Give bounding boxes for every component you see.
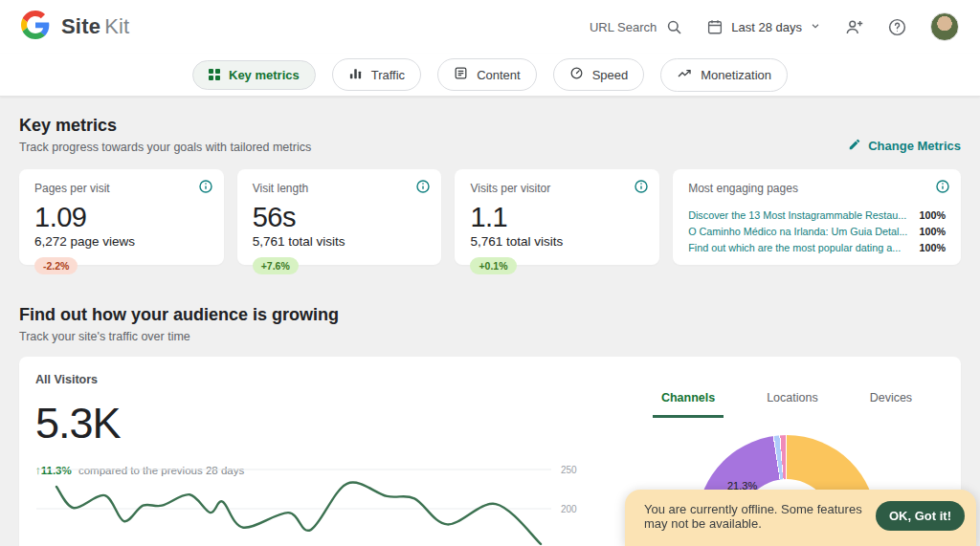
share-person-add-icon[interactable] xyxy=(844,17,864,37)
metric-label: Visit length xyxy=(253,182,427,195)
nav-tab-traffic[interactable]: Traffic xyxy=(332,58,421,91)
url-search-label: URL Search xyxy=(590,20,657,34)
metric-value: 1.1 xyxy=(470,202,644,233)
dashboard-main: Key metrics Track progress towards your … xyxy=(0,97,980,546)
google-g-icon xyxy=(21,11,50,43)
key-metrics-subtitle: Track progress towards your goals with t… xyxy=(19,141,311,154)
metric-sub: 5,761 total visits xyxy=(470,234,644,249)
tab-channels[interactable]: Channels xyxy=(653,387,724,418)
metric-card-pages-per-visit: Pages per visit 1.09 6,272 page views -2… xyxy=(19,169,224,265)
tab-locations[interactable]: Locations xyxy=(758,387,827,418)
offline-toast: You are currently offline. Some features… xyxy=(625,490,976,546)
breakdown-tabs: Channels Locations Devices xyxy=(605,387,969,418)
nav-tab-content[interactable]: Content xyxy=(437,58,537,91)
page-link[interactable]: O Caminho Médico na Irlanda: Um Guia Det… xyxy=(688,226,907,237)
info-icon[interactable] xyxy=(635,180,648,197)
nav-tab-key-metrics[interactable]: Key metrics xyxy=(192,60,316,90)
site-kit-logo: SiteKit xyxy=(21,11,129,43)
article-icon xyxy=(454,66,468,83)
key-metrics-title: Key metrics xyxy=(19,116,311,136)
metric-sub: 6,272 page views xyxy=(34,234,209,249)
visitors-line-chart: 250200 xyxy=(36,456,595,546)
audience-section-subtitle: Track your site's traffic over time xyxy=(19,330,961,343)
svg-text:200: 200 xyxy=(561,504,577,514)
metric-card-most-engaging-pages: Most engaging pages Discover the 13 Most… xyxy=(673,169,961,265)
metric-card-visits-per-visitor: Visits per visitor 1.1 5,761 total visit… xyxy=(455,169,659,265)
user-avatar[interactable] xyxy=(930,12,959,41)
engagement-rate: 100% xyxy=(919,226,946,237)
bar-chart-icon xyxy=(348,66,363,83)
help-icon[interactable] xyxy=(887,17,907,37)
change-badge: +7.6% xyxy=(253,257,299,274)
calendar-icon xyxy=(706,18,724,35)
url-search-control[interactable]: URL Search xyxy=(590,18,683,36)
metric-card-visit-length: Visit length 56s 5,761 total visits +7.6… xyxy=(237,169,442,265)
engaging-page-row: Find out which are the most popular dati… xyxy=(688,242,946,253)
page-link[interactable]: Discover the 13 Most Instagrammable Rest… xyxy=(688,209,907,221)
change-badge: -2.2% xyxy=(34,257,78,274)
metric-value: 1.09 xyxy=(34,202,209,233)
engagement-rate: 100% xyxy=(919,209,946,221)
metric-value: 56s xyxy=(253,202,427,233)
engagement-rate: 100% xyxy=(919,242,946,253)
svg-text:250: 250 xyxy=(561,465,577,475)
info-icon[interactable] xyxy=(936,180,949,197)
all-visitors-label: All Visitors xyxy=(35,373,945,386)
audience-section-title: Find out how your audience is growing xyxy=(19,305,961,325)
toast-message: You are currently offline. Some features… xyxy=(644,502,862,531)
toast-ok-button[interactable]: OK, Got it! xyxy=(876,501,965,531)
change-badge: +0.1% xyxy=(470,257,516,274)
metric-sub: 5,761 total visits xyxy=(253,234,427,249)
app-title: SiteKit xyxy=(61,14,129,39)
speedometer-icon xyxy=(569,66,584,83)
engaging-page-row: O Caminho Médico na Irlanda: Um Guia Det… xyxy=(688,226,946,237)
nav-tab-monetization[interactable]: Monetization xyxy=(660,58,788,92)
info-icon[interactable] xyxy=(416,180,430,197)
metric-label: Pages per visit xyxy=(34,182,209,195)
trending-up-icon xyxy=(677,66,692,84)
date-range-selector[interactable]: Last 28 days xyxy=(706,18,821,35)
metric-label: Most engaging pages xyxy=(688,182,946,195)
change-metrics-button[interactable]: Change Metrics xyxy=(848,138,961,154)
key-metrics-grid-icon xyxy=(209,69,220,80)
metric-label: Visits per visitor xyxy=(470,182,644,195)
app-header: SiteKit URL Search Last 28 days xyxy=(0,0,980,54)
page-link[interactable]: Find out which are the most popular dati… xyxy=(688,242,907,253)
search-icon xyxy=(665,18,683,36)
tab-devices[interactable]: Devices xyxy=(861,387,921,418)
nav-tab-speed[interactable]: Speed xyxy=(553,58,645,91)
pencil-icon xyxy=(848,138,861,154)
dashboard-nav: Key metrics Traffic Content Speed Moneti… xyxy=(0,54,980,97)
info-icon[interactable] xyxy=(199,180,212,197)
engaging-page-row: Discover the 13 Most Instagrammable Rest… xyxy=(688,209,946,221)
chevron-down-icon xyxy=(810,20,821,34)
date-range-label: Last 28 days xyxy=(731,20,802,34)
